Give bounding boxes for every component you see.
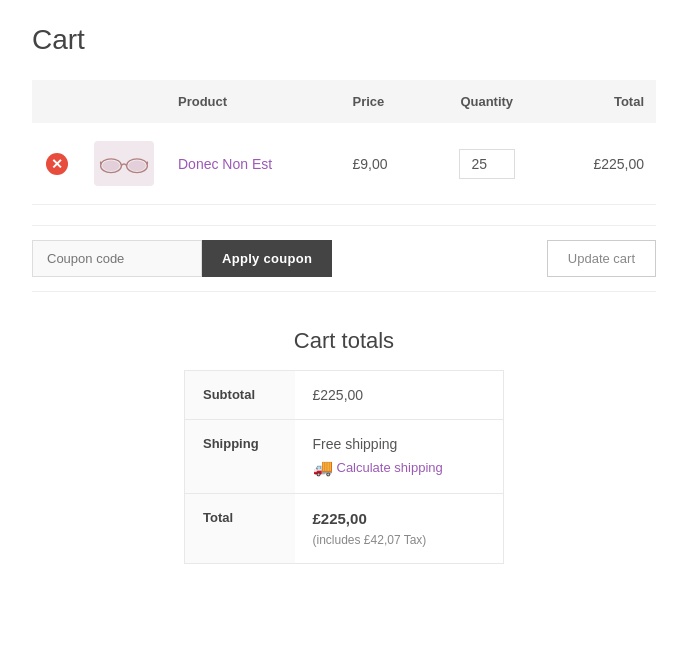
- svg-point-1: [102, 160, 119, 170]
- shipping-label: Shipping: [185, 420, 295, 494]
- product-name-cell: Donec Non Est: [166, 123, 341, 205]
- product-name-link[interactable]: Donec Non Est: [178, 156, 272, 172]
- product-image-cell: [82, 123, 166, 205]
- shipping-value-cell: Free shipping 🚚 Calculate shipping: [295, 420, 504, 494]
- remove-cell: ✕: [32, 123, 82, 205]
- subtotal-row: Subtotal £225,00: [185, 371, 504, 420]
- total-row: Total £225,00 (includes £42,07 Tax): [185, 494, 504, 564]
- product-price-cell: £9,00: [341, 123, 428, 205]
- col-image-header: [82, 80, 166, 123]
- calculate-shipping-link[interactable]: 🚚 Calculate shipping: [313, 458, 443, 477]
- cart-totals-table: Subtotal £225,00 Shipping Free shipping …: [184, 370, 504, 564]
- subtotal-label: Subtotal: [185, 371, 295, 420]
- coupon-form: Apply coupon: [32, 240, 332, 277]
- col-product-header: Product: [166, 80, 341, 123]
- total-label: Total: [185, 494, 295, 564]
- tax-note: (includes £42,07 Tax): [313, 533, 427, 547]
- product-thumbnail: [94, 141, 154, 186]
- glasses-icon: [98, 149, 150, 179]
- coupon-input[interactable]: [32, 240, 202, 277]
- truck-icon: 🚚: [313, 458, 333, 477]
- update-cart-button[interactable]: Update cart: [547, 240, 656, 277]
- calculate-shipping-label: Calculate shipping: [337, 460, 443, 475]
- shipping-row: Shipping Free shipping 🚚 Calculate shipp…: [185, 420, 504, 494]
- product-total-cell: £225,00: [546, 123, 656, 205]
- remove-item-button[interactable]: ✕: [46, 153, 68, 175]
- total-value-cell: £225,00 (includes £42,07 Tax): [295, 494, 504, 564]
- apply-coupon-button[interactable]: Apply coupon: [202, 240, 332, 277]
- col-quantity-header: Quantity: [428, 80, 546, 123]
- col-total-header: Total: [546, 80, 656, 123]
- col-price-header: Price: [341, 80, 428, 123]
- coupon-row: Apply coupon Update cart: [32, 225, 656, 292]
- cart-totals-section: Cart totals Subtotal £225,00 Shipping Fr…: [32, 328, 656, 564]
- total-amount: £225,00: [313, 510, 486, 527]
- cart-table: Product Price Quantity Total ✕: [32, 80, 656, 205]
- col-remove-header: [32, 80, 82, 123]
- subtotal-value: £225,00: [295, 371, 504, 420]
- table-row: ✕: [32, 123, 656, 205]
- svg-point-3: [128, 160, 145, 170]
- cart-totals-title: Cart totals: [294, 328, 394, 354]
- free-shipping-text: Free shipping: [313, 436, 486, 452]
- quantity-input[interactable]: [459, 149, 515, 179]
- page-title: Cart: [32, 24, 656, 56]
- cart-table-header-row: Product Price Quantity Total: [32, 80, 656, 123]
- product-quantity-cell: [428, 123, 546, 205]
